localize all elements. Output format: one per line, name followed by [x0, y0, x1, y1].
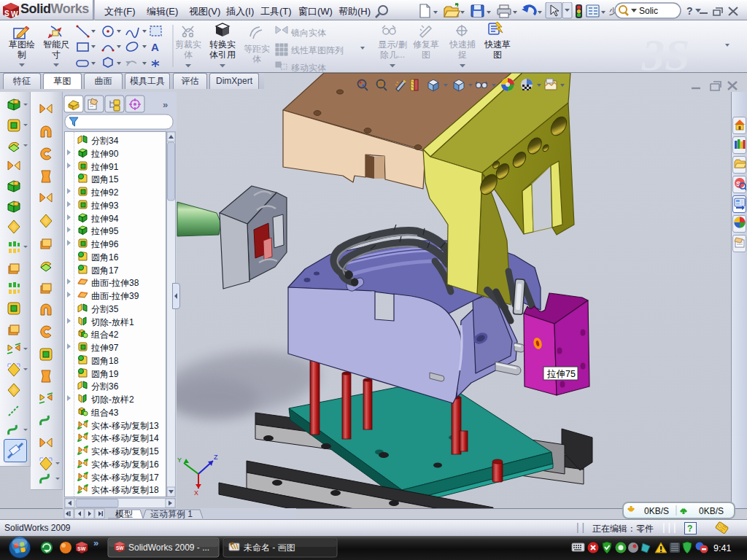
svg-text:»: »: [93, 537, 98, 548]
svg-text:SW: SW: [77, 546, 86, 551]
svg-text:模型: 模型: [115, 509, 133, 519]
svg-text:Z: Z: [214, 454, 218, 461]
svg-text:9:41: 9:41: [713, 543, 731, 553]
svg-text:未命名 - 画图: 未命名 - 画图: [244, 542, 295, 553]
svg-text:W: W: [11, 10, 18, 18]
svg-text:0KB/S: 0KB/S: [699, 506, 724, 516]
svg-text:Solic: Solic: [639, 6, 658, 16]
svg-text:?: ?: [687, 524, 692, 534]
svg-text:0KB/S: 0KB/S: [644, 506, 669, 516]
svg-text:拉伸75: 拉伸75: [546, 369, 576, 379]
svg-text:S: S: [4, 9, 9, 18]
svg-text:运动算例 1: 运动算例 1: [150, 509, 193, 519]
svg-text:SW: SW: [116, 545, 124, 551]
svg-text:A: A: [151, 41, 159, 53]
svg-text:X: X: [194, 489, 198, 497]
svg-text:Y: Y: [177, 456, 182, 464]
svg-text:SolidWorks 2009 - ...: SolidWorks 2009 - ...: [128, 542, 209, 553]
svg-text:»: »: [163, 99, 168, 110]
svg-text:?: ?: [686, 5, 693, 17]
svg-text:3S: 3S: [641, 30, 689, 72]
